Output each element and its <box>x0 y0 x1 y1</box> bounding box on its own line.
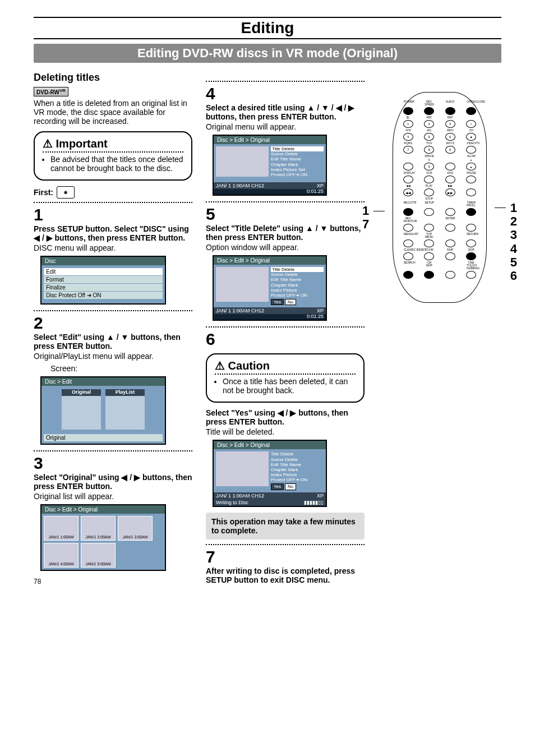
menu6-item: Index Picture <box>271 472 324 477</box>
page-number: 78 <box>34 578 192 586</box>
remote-label: ◀◀ <box>404 185 413 187</box>
separator <box>206 201 365 202</box>
step-6-desc: Title will be deleted. <box>206 427 365 436</box>
leader-line <box>495 208 506 208</box>
remote-label: SLOW <box>467 155 476 158</box>
callout-num: 1 <box>510 201 517 215</box>
step-4-number: 4 <box>206 85 365 102</box>
remote-button: ◀◀ <box>403 188 413 196</box>
menu1-header: Disc <box>41 257 165 265</box>
remote-label <box>446 233 455 238</box>
separator <box>34 450 192 451</box>
menu6-header: Disc > Edit > Original <box>214 441 326 449</box>
step-5-instr: Select "Title Delete" using ▲ / ▼ button… <box>206 224 365 242</box>
playlist-label: PlayList <box>105 389 145 395</box>
remote-button <box>445 271 455 279</box>
remote-button <box>466 146 476 154</box>
remote-button <box>424 188 434 196</box>
yes-option: Yes <box>271 299 284 305</box>
caution-box: Caution Once a title has been deleted, i… <box>206 353 365 403</box>
menu-screenshot-2: Disc > Edit Original PlayList Original <box>40 376 166 445</box>
remote-button: ▸ <box>466 163 476 170</box>
separator <box>34 310 192 311</box>
remote-button <box>466 239 476 247</box>
remote-button <box>466 107 476 115</box>
step-7-number: 7 <box>206 548 365 565</box>
remote-button: 7 <box>403 146 413 154</box>
remote-label <box>467 116 476 119</box>
sub-title: Editing DVD-RW discs in VR mode (Origina… <box>34 44 501 63</box>
menu4-header: Disc > Edit > Original <box>214 136 326 144</box>
menu3-header: Disc > Edit > Original <box>41 505 165 514</box>
menu4-item: Protect OFF➜ ON <box>271 172 324 177</box>
important-box: Important Be advised that the titles onc… <box>34 131 192 181</box>
menu-screenshot-3: Disc > Edit > Original JAN/1 1:00AM JAN/… <box>40 504 166 571</box>
remote-label <box>467 217 476 223</box>
remote-button <box>466 188 476 196</box>
remote-label: MNO <box>446 129 455 132</box>
remote-button <box>403 271 413 279</box>
remote-label: SEARCH <box>404 261 413 270</box>
menu6-item: Protect OFF➜ ON <box>271 477 324 482</box>
remote-label: CM SKIP <box>425 261 433 270</box>
remote-label: TOP MENU <box>425 233 433 238</box>
menu-screenshot-1: Disc Edit Format Finalize Disc Protect O… <box>40 256 166 305</box>
step-3-instr: Select "Original" using ◀ / ▶ buttons, t… <box>34 473 192 491</box>
remote-button <box>466 176 476 183</box>
step-3-number: 3 <box>34 455 192 472</box>
remote-label: CLEAR/C.RESET <box>404 248 413 251</box>
step-5-number: 5 <box>206 206 365 223</box>
remote-label: AUDIO <box>446 100 455 106</box>
remote-button <box>445 107 455 115</box>
remote-button: 3 <box>445 120 455 128</box>
remote-button: • <box>466 120 476 128</box>
menu-screenshot-5: Disc > Edit > Original Title Delete Scen… <box>213 255 327 321</box>
remote-label: REC/OTR <box>404 201 413 207</box>
remote-button: 2 <box>424 120 434 128</box>
no-option: No <box>285 299 296 305</box>
remote-label: GHI <box>404 129 413 132</box>
remote-label: ENTER <box>446 217 455 223</box>
remote-button <box>445 208 455 216</box>
thumb: JAN/1 3:00AM <box>118 516 153 541</box>
remote-label: ONE TOUCH DUBBING <box>467 261 476 270</box>
remote-control-diagram: POWERREC SPEEDAUDIOOPEN/CLOSE@.ABCDEF123… <box>393 92 487 303</box>
callout-num: 3 <box>510 228 517 242</box>
remote-label: DEF <box>446 116 455 119</box>
remote-label: PQRS <box>404 142 413 145</box>
remote-label: SPACE <box>425 155 433 158</box>
remote-button <box>445 239 455 247</box>
caution-bullet: Once a title has been deleted, it can no… <box>223 377 356 395</box>
remote-button <box>445 252 455 260</box>
menu5-mode: XP <box>317 308 324 314</box>
callout-num: 2 <box>510 215 517 228</box>
remote-label <box>446 197 455 200</box>
menu4-item: Scene Delete <box>271 151 324 156</box>
remote-label <box>467 185 476 187</box>
remote-button: 9 <box>445 146 455 154</box>
column-1: Deleting titles DVD-RWVR When a title is… <box>34 70 192 586</box>
menu1-item: Format <box>44 276 163 283</box>
remote-button: 1 <box>403 120 413 128</box>
remote-label: ▶▶ <box>446 185 455 187</box>
leader-line <box>373 211 385 211</box>
remote-label: REC MONITOR <box>404 217 413 223</box>
menu6-item: Title Delete <box>271 451 324 457</box>
menu4-mode: XP <box>317 183 324 188</box>
menu5-item: Scene Delete <box>271 272 324 277</box>
callout-num: 1 <box>362 204 369 218</box>
step-5-desc: Option window will appear. <box>206 243 365 252</box>
menu1-item: Disc Protect Off ➜ ON <box>44 292 163 299</box>
remote-button <box>466 224 476 232</box>
remote-label: ZOOM <box>425 248 433 251</box>
remote-button <box>424 271 434 279</box>
disc-icon: ◉ <box>57 186 75 199</box>
remote-button: 5 <box>424 133 434 141</box>
menu-screenshot-4: Disc > Edit > Original Title Delete Scen… <box>213 135 327 196</box>
remote-button <box>445 176 455 183</box>
remote-label <box>425 217 433 223</box>
menu5-item: Index Picture <box>271 288 324 293</box>
caution-title: Caution <box>215 359 356 375</box>
remote-label: VIDEO/TV <box>467 142 476 145</box>
intro-text: When a title is deleted from an original… <box>34 99 192 126</box>
